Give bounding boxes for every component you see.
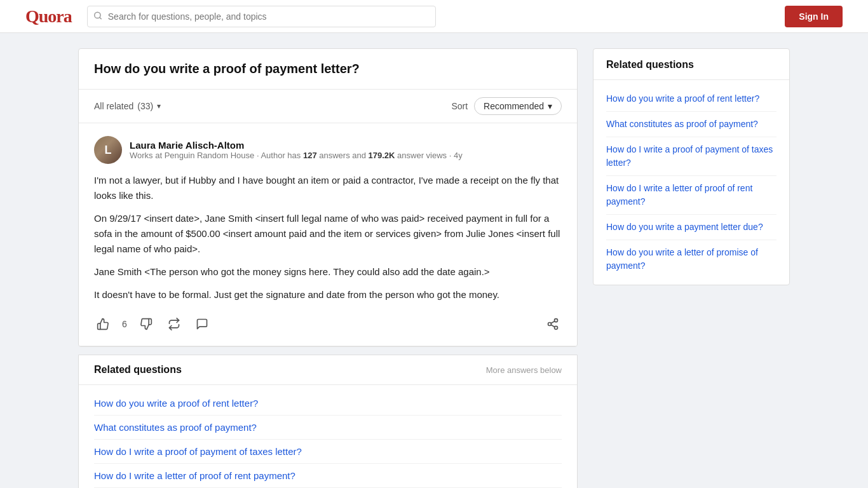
related-inline-card: Related questions More answers below How…	[78, 355, 578, 488]
author-meta-middle: answers and	[317, 151, 369, 160]
page-container: How do you write a proof of payment lett…	[53, 33, 815, 488]
sidebar-link-3[interactable]: How do I write a proof of payment of tax…	[606, 144, 773, 168]
list-item: What constitutes as proof of payment?	[94, 416, 562, 440]
related-inline-list: How do you write a proof of rent letter?…	[79, 385, 577, 488]
sort-selected-option: Recommended	[484, 101, 544, 111]
sort-dropdown[interactable]: Recommended ▾	[474, 97, 562, 115]
more-answers-label: More answers below	[486, 365, 562, 375]
header: Quora Sign In	[0, 0, 868, 33]
sort-chevron-icon: ▾	[548, 101, 552, 111]
related-question-link-3[interactable]: How do I write a proof of payment of tax…	[94, 446, 302, 457]
search-icon	[93, 11, 102, 22]
author-row: L Laura Marie Alisch-Altom Works at Peng…	[94, 136, 562, 164]
author-name[interactable]: Laura Marie Alisch-Altom	[130, 140, 463, 151]
list-item: What constitutes as proof of payment?	[606, 112, 776, 137]
sidebar-link-5[interactable]: How do you write a payment letter due?	[606, 222, 763, 232]
svg-line-5	[551, 325, 555, 327]
sidebar: Related questions How do you write a pro…	[593, 48, 790, 488]
list-item: How do you write a proof of rent letter?	[94, 391, 562, 416]
action-bar: 6	[94, 313, 562, 333]
quora-logo: Quora	[25, 6, 72, 27]
author-info: Laura Marie Alisch-Altom Works at Pengui…	[130, 140, 463, 160]
upvote-count: 6	[122, 319, 127, 329]
chevron-down-icon: ▾	[157, 102, 161, 111]
answer-text: I'm not a lawyer, but if Hubby and I hav…	[94, 173, 562, 302]
all-related-label: All related	[94, 101, 133, 111]
sidebar-link-2[interactable]: What constitutes as proof of payment?	[606, 119, 758, 129]
sidebar-link-4[interactable]: How do I write a letter of proof of rent…	[606, 183, 752, 207]
answer-paragraph-1: I'm not a lawyer, but if Hubby and I hav…	[94, 173, 562, 203]
related-question-link-2[interactable]: What constitutes as proof of payment?	[94, 422, 257, 433]
sidebar-link-1[interactable]: How do you write a proof of rent letter?	[606, 93, 759, 104]
downvote-button[interactable]	[137, 315, 155, 333]
author-meta-suffix: answer views · 4y	[395, 151, 462, 160]
author-meta-prefix: Works at Penguin Random House · Author h…	[130, 151, 303, 160]
comment-button[interactable]	[193, 315, 211, 333]
list-item: How do you write a letter of promise of …	[606, 240, 776, 278]
repost-button[interactable]	[165, 315, 183, 333]
author-answers-count: 127	[303, 151, 317, 160]
list-item: How do you write a proof of rent letter?	[606, 86, 776, 112]
sort-bar: All related (33) ▾ Sort Recommended ▾	[79, 90, 577, 123]
sidebar-list: How do you write a proof of rent letter?…	[593, 80, 789, 285]
main-content: How do you write a proof of payment lett…	[78, 48, 578, 488]
question-title: How do you write a proof of payment lett…	[79, 49, 577, 90]
avatar-image: L	[94, 136, 122, 164]
all-related-count: (33)	[137, 101, 153, 111]
answer-card: L Laura Marie Alisch-Altom Works at Peng…	[79, 123, 577, 346]
list-item: How do I write a proof of payment of tax…	[606, 137, 776, 176]
list-item: How do I write a proof of payment of tax…	[94, 440, 562, 464]
sidebar-link-6[interactable]: How do you write a letter of promise of …	[606, 247, 758, 271]
sidebar-card: Related questions How do you write a pro…	[593, 48, 790, 285]
related-inline-header: Related questions More answers below	[79, 355, 577, 385]
share-button[interactable]	[544, 315, 562, 333]
list-item: How do I write a letter of proof of rent…	[94, 464, 562, 488]
answer-paragraph-3: Jane Smith <The person who got the money…	[94, 264, 562, 280]
avatar: L	[94, 136, 122, 164]
related-question-link-4[interactable]: How do I write a letter of proof of rent…	[94, 470, 295, 481]
svg-line-1	[99, 17, 101, 19]
author-views-count: 179.2K	[369, 151, 395, 160]
author-meta: Works at Penguin Random House · Author h…	[130, 151, 463, 160]
answer-paragraph-4: It doesn't have to be formal. Just get t…	[94, 287, 562, 302]
related-question-link-1[interactable]: How do you write a proof of rent letter?	[94, 398, 258, 409]
list-item: How do you write a payment letter due?	[606, 215, 776, 240]
upvote-button[interactable]	[94, 315, 112, 333]
search-wrapper	[87, 6, 436, 27]
sidebar-title: Related questions	[593, 49, 789, 80]
sort-label: Sort	[451, 101, 468, 111]
question-card: How do you write a proof of payment lett…	[78, 48, 578, 347]
sort-right: Sort Recommended ▾	[451, 97, 562, 115]
related-inline-title: Related questions	[94, 364, 182, 376]
all-related-toggle[interactable]: All related (33) ▾	[94, 101, 161, 111]
search-input[interactable]	[87, 6, 436, 27]
sign-in-button[interactable]: Sign In	[785, 6, 843, 27]
answer-paragraph-2: On 9/29/17 <insert date>, Jane Smith <in…	[94, 211, 562, 257]
svg-line-6	[551, 321, 555, 323]
list-item: How do I write a letter of proof of rent…	[606, 176, 776, 215]
